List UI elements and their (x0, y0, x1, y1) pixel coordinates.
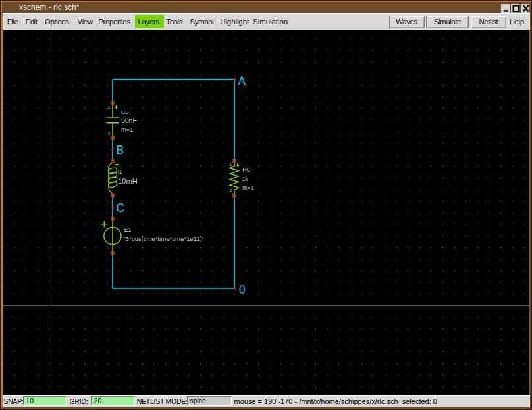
svg-text:l1: l1 (118, 168, 122, 175)
svg-text:1: 1 (230, 162, 232, 166)
svg-text:0: 0 (239, 283, 246, 296)
svg-text:1: 1 (108, 105, 110, 109)
svg-text:E1: E1 (124, 226, 131, 232)
svg-text:m=1: m=1 (120, 125, 132, 132)
svg-text:B: B (116, 143, 124, 156)
svg-text:10mH: 10mH (118, 178, 137, 185)
svg-text:2: 2 (108, 131, 110, 135)
svg-text:C: C (116, 201, 124, 214)
svg-text:C0: C0 (120, 109, 128, 115)
svg-text:2: 2 (230, 188, 232, 192)
svg-text:A: A (238, 74, 246, 87)
svg-text:m=1: m=1 (242, 185, 253, 191)
svg-text:1k: 1k (242, 176, 248, 182)
svg-text:'3*cos(time*time*time*1e11)': '3*cos(time*time*time*1e11)' (124, 236, 203, 242)
svg-text:R0: R0 (242, 167, 251, 173)
svg-text:50nF: 50nF (120, 116, 136, 124)
